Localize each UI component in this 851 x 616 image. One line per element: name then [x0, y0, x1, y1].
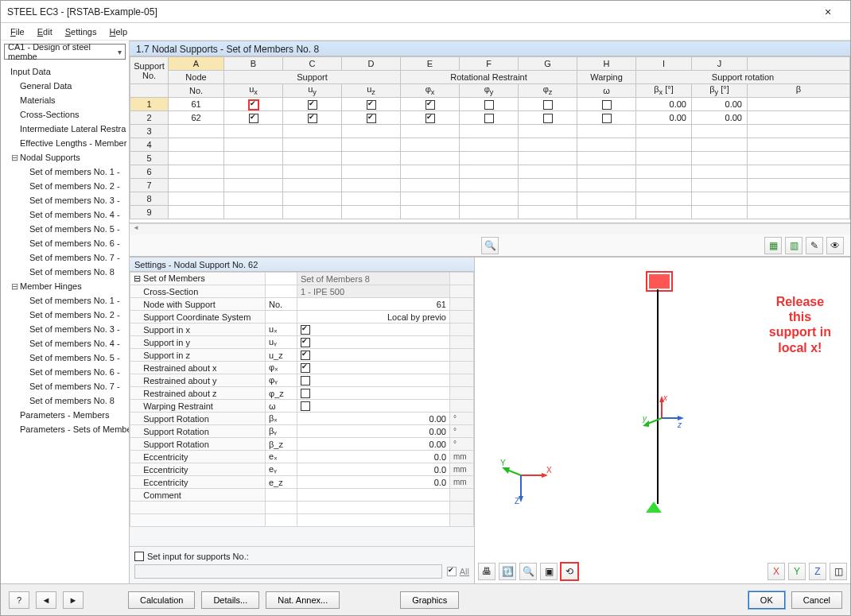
import-excel-icon[interactable]: ▥: [785, 237, 802, 254]
local-cs-icon[interactable]: ⟲: [561, 563, 578, 580]
empty-cell[interactable]: [342, 179, 401, 192]
tree-nodal-m3[interactable]: Set of members No. 3 -: [2, 193, 129, 207]
row-no[interactable]: 9: [130, 206, 169, 219]
tree-eff-lengths[interactable]: Effective Lengths - Member: [2, 136, 129, 150]
empty-cell[interactable]: [460, 138, 519, 152]
checkbox-icon[interactable]: [249, 114, 258, 123]
empty-cell[interactable]: [169, 179, 224, 192]
empty-cell[interactable]: [577, 179, 636, 192]
setting-value[interactable]: 0.0: [297, 451, 450, 463]
cell-ux[interactable]: [224, 111, 283, 125]
tree-params-members[interactable]: Parameters - Members: [2, 408, 129, 422]
tree-nodal-supports[interactable]: ⊟Nodal Supports: [2, 150, 129, 165]
empty-cell[interactable]: [692, 192, 748, 206]
grid-zoom-icon[interactable]: 🔍: [481, 237, 499, 254]
checkbox-icon[interactable]: [301, 351, 310, 360]
export-excel-icon[interactable]: ▦: [764, 237, 782, 254]
hdr-betay[interactable]: βy [°]: [692, 84, 748, 98]
empty-cell[interactable]: [577, 192, 636, 206]
cell-betay[interactable]: 0.00: [692, 98, 748, 111]
hdr-phix[interactable]: φx: [401, 84, 460, 98]
empty-cell[interactable]: [577, 206, 636, 219]
empty-cell[interactable]: [519, 152, 577, 165]
tree-general-data[interactable]: General Data: [2, 79, 129, 93]
empty-cell[interactable]: [636, 138, 692, 152]
cell-uy[interactable]: [283, 111, 342, 125]
tree-input-data[interactable]: Input Data: [2, 64, 129, 79]
empty-cell[interactable]: [636, 152, 692, 165]
hdr-betaz[interactable]: β: [748, 84, 850, 98]
empty-cell[interactable]: [224, 192, 283, 206]
zoom-icon[interactable]: 🔍: [519, 563, 537, 580]
cell-node[interactable]: 61: [169, 98, 224, 111]
empty-cell[interactable]: [224, 125, 283, 138]
cell-ux[interactable]: [224, 98, 283, 111]
cell-uy[interactable]: [283, 98, 342, 111]
empty-cell[interactable]: [342, 125, 401, 138]
setinput-field[interactable]: [134, 564, 442, 579]
empty-cell[interactable]: [224, 165, 283, 179]
setting-value[interactable]: 61: [297, 298, 450, 311]
tree-hinges-m7[interactable]: Set of members No. 7 -: [2, 379, 129, 393]
empty-cell[interactable]: [636, 125, 692, 138]
empty-cell[interactable]: [636, 192, 692, 206]
view-x-icon[interactable]: X: [767, 563, 785, 580]
empty-cell[interactable]: [283, 179, 342, 192]
row-no[interactable]: 4: [130, 138, 169, 152]
empty-cell[interactable]: [460, 192, 519, 206]
checkbox-icon[interactable]: [602, 114, 612, 123]
tree-nodal-m1[interactable]: Set of members No. 1 -: [2, 165, 129, 179]
empty-cell[interactable]: [748, 179, 850, 192]
empty-cell[interactable]: [401, 138, 460, 152]
grid-horizontal-scrollbar[interactable]: [130, 223, 850, 234]
setting-value[interactable]: 0.00: [297, 438, 450, 451]
nav-tree[interactable]: Input Data General Data Materials Cross-…: [1, 63, 129, 583]
tree-hinges-m8[interactable]: Set of members No. 8: [2, 393, 129, 408]
empty-cell[interactable]: [636, 206, 692, 219]
cell-omega[interactable]: [577, 98, 636, 111]
tree-nodal-m5[interactable]: Set of members No. 5 -: [2, 222, 129, 236]
empty-cell[interactable]: [283, 206, 342, 219]
tree-nodal-m4[interactable]: Set of members No. 4 -: [2, 207, 129, 222]
empty-cell[interactable]: [519, 192, 577, 206]
hdr-node-no[interactable]: No.: [169, 84, 224, 98]
checkbox-icon[interactable]: [308, 114, 317, 123]
menu-edit[interactable]: Edit: [33, 25, 57, 38]
menu-file[interactable]: File: [6, 25, 29, 38]
checkbox-icon[interactable]: [301, 376, 310, 385]
collapse-icon[interactable]: ⊟: [10, 151, 18, 164]
collapse-icon[interactable]: ⊟: [10, 280, 18, 293]
row-no[interactable]: 6: [130, 165, 169, 179]
empty-cell[interactable]: [342, 165, 401, 179]
col-letter-h[interactable]: H: [577, 57, 636, 71]
tree-ilr[interactable]: Intermediate Lateral Restra: [2, 122, 129, 136]
setinput-checkbox[interactable]: Set input for supports No.:: [134, 552, 469, 561]
details-button[interactable]: Details...: [201, 591, 259, 609]
col-letter-i[interactable]: I: [636, 57, 692, 71]
hdr-node[interactable]: Node: [169, 71, 224, 84]
checkbox-icon[interactable]: [301, 363, 310, 373]
hdr-ux[interactable]: ux: [224, 84, 283, 98]
empty-cell[interactable]: [169, 165, 224, 179]
empty-cell[interactable]: [401, 206, 460, 219]
col-letter-d[interactable]: D: [342, 57, 401, 71]
setting-value[interactable]: Set of Members 8: [297, 273, 450, 285]
cell-betay[interactable]: 0.00: [692, 111, 748, 125]
setting-value[interactable]: [297, 336, 450, 349]
setting-value[interactable]: 0.0: [297, 476, 450, 489]
hdr-phiz[interactable]: φz: [519, 84, 577, 98]
tree-hinges-m2[interactable]: Set of members No. 2 -: [2, 308, 129, 322]
empty-cell[interactable]: [283, 165, 342, 179]
checkbox-icon[interactable]: [134, 552, 144, 561]
row-no[interactable]: 7: [130, 179, 169, 192]
hdr-phiy[interactable]: φy: [460, 84, 519, 98]
empty-cell[interactable]: [401, 179, 460, 192]
empty-cell[interactable]: [342, 206, 401, 219]
empty-cell[interactable]: [169, 152, 224, 165]
checkbox-icon[interactable]: [308, 100, 317, 110]
fit-icon[interactable]: ▣: [540, 563, 558, 580]
empty-cell[interactable]: [169, 192, 224, 206]
cell-uz[interactable]: [342, 111, 401, 125]
tree-materials[interactable]: Materials: [2, 93, 129, 107]
cell-node[interactable]: 62: [169, 111, 224, 125]
